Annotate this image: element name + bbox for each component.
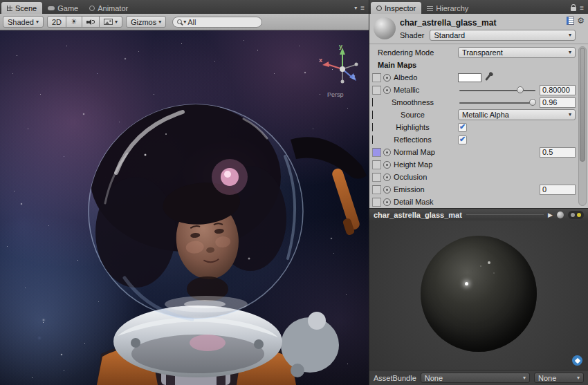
source-dropdown[interactable]: Metallic Alpha ▾ (458, 109, 576, 120)
inspector-tabstrip: Inspector Hierarchy ≡ (369, 0, 588, 14)
scene-effects-dropdown[interactable]: ▾ (99, 16, 122, 28)
occlusion-texture-slot[interactable] (372, 173, 381, 182)
smoothness-value-field[interactable]: 0.96 (540, 97, 576, 108)
height-map-texture-slot[interactable] (372, 160, 381, 169)
chevron-down-icon: ▾ (183, 19, 186, 25)
rendering-mode-label: Rendering Mode (378, 48, 434, 57)
chevron-down-icon: ▾ (569, 112, 571, 118)
gamepad-icon (48, 6, 55, 10)
gizmo-persp-label[interactable]: Persp (327, 91, 344, 98)
image-effects-icon (104, 19, 113, 25)
eyedropper-icon[interactable] (485, 74, 491, 81)
tab-inspector-label: Inspector (385, 4, 416, 12)
rendering-mode-dropdown[interactable]: Transparent ▾ (458, 47, 576, 58)
emission-row: Emission 0 (369, 183, 588, 196)
metallic-picker-icon[interactable] (383, 86, 391, 94)
albedo-picker-icon[interactable] (383, 74, 391, 82)
tab-scene[interactable]: Scene (1, 2, 42, 14)
emission-texture-slot[interactable] (372, 185, 381, 194)
source-label: Source (401, 111, 425, 119)
gizmo-z-label[interactable]: z (352, 73, 356, 80)
shader-dropdown[interactable]: Standard ▾ (430, 30, 576, 41)
panel-menu-icon[interactable]: ≡ (360, 4, 365, 12)
check-icon: ✔ (459, 135, 466, 143)
chevron-down-icon: ▾ (569, 32, 571, 38)
gizmo-y-label[interactable]: y (339, 43, 342, 50)
assetbundle-bar: AssetBundle None ▾ None ▾ (369, 370, 588, 385)
scene-lighting-button[interactable]: ☀ (66, 16, 82, 28)
normal-map-value-field[interactable]: 0.5 (540, 147, 576, 158)
preview-title: char_astrella_glass_mat (374, 211, 462, 219)
preview-sphere[interactable] (421, 236, 537, 352)
material-preview-viewport[interactable] (369, 220, 588, 370)
normal-map-texture-slot[interactable] (372, 148, 381, 157)
astronaut-character (0, 30, 369, 385)
preview-header[interactable]: char_astrella_glass_mat ▶ (369, 208, 588, 220)
occlusion-picker-icon[interactable] (383, 173, 391, 181)
detail-mask-picker-icon[interactable] (383, 198, 391, 206)
emission-value-field[interactable]: 0 (540, 185, 576, 195)
chevron-down-icon: ▾ (115, 19, 118, 25)
gizmo-x-label[interactable]: x (319, 57, 322, 64)
height-map-picker-icon[interactable] (383, 161, 391, 169)
tab-animator[interactable]: Animator (84, 2, 134, 14)
gear-icon[interactable]: ⚙ (577, 17, 585, 25)
metallic-slider-knob[interactable] (517, 86, 524, 93)
scene-viewport[interactable]: x y z Persp (0, 30, 369, 385)
toggle-2d-button[interactable]: 2D (47, 16, 66, 28)
chevron-down-icon[interactable]: ▾ (354, 6, 357, 11)
albedo-color-swatch[interactable] (458, 73, 481, 82)
preview-drag-handle[interactable] (466, 214, 544, 215)
preview-lighting-toggle[interactable] (568, 211, 584, 219)
detail-mask-texture-slot[interactable] (372, 198, 381, 207)
inspector-scrollbar[interactable] (578, 46, 587, 206)
tab-hierarchy[interactable]: Hierarchy (421, 2, 474, 14)
reflections-checkbox[interactable]: ✔ (458, 135, 467, 144)
highlights-label: Highlights (396, 123, 429, 131)
orientation-gizmo[interactable]: x y z Persp (320, 46, 365, 98)
highlights-checkbox[interactable]: ✔ (458, 123, 467, 132)
sun-icon: ☀ (71, 18, 77, 26)
preview-dot-gray (571, 213, 575, 217)
albedo-texture-slot[interactable] (372, 73, 381, 82)
preview-play-button[interactable]: ▶ (548, 212, 553, 218)
emission-label: Emission (394, 185, 425, 194)
normal-map-row: Normal Map 0.5 (369, 146, 588, 158)
material-header: char_astrella_glass_mat Shader Standard … (369, 14, 588, 44)
normal-map-label: Normal Map (394, 148, 435, 156)
unity-editor: Scene Game Animator ▾ ≡ Shaded ▾ 2 (0, 0, 588, 385)
help-icon[interactable] (567, 17, 574, 25)
preview-dot-yellow (577, 213, 581, 217)
metallic-value-field[interactable]: 0.80000 (540, 85, 576, 95)
scene-search-field[interactable]: ▾ (172, 17, 262, 28)
gizmos-label: Gizmos (131, 18, 156, 26)
assetbundle-tag-icon[interactable] (572, 355, 582, 366)
scene-audio-button[interactable] (82, 16, 100, 28)
preview-shape-toggle[interactable] (557, 212, 564, 218)
inspector-menu-icon[interactable]: ≡ (580, 4, 584, 12)
normal-map-picker-icon[interactable] (383, 149, 391, 156)
shading-mode-dropdown[interactable]: Shaded ▾ (3, 16, 44, 28)
lock-icon[interactable] (571, 7, 576, 11)
assetbundle-variant-dropdown[interactable]: None ▾ (534, 373, 584, 383)
metallic-slider[interactable] (459, 85, 535, 95)
material-sphere-icon (374, 17, 396, 39)
emission-picker-icon[interactable] (383, 186, 391, 194)
smoothness-slider-knob[interactable] (529, 99, 536, 106)
tab-hierarchy-label: Hierarchy (436, 4, 468, 12)
rendering-mode-row: Rendering Mode Transparent ▾ (369, 46, 588, 59)
smoothness-slider[interactable] (459, 97, 535, 107)
gizmos-dropdown[interactable]: Gizmos ▾ (126, 16, 166, 28)
metallic-texture-slot[interactable] (372, 86, 381, 95)
scrollbar-thumb[interactable] (580, 48, 585, 162)
search-input[interactable] (187, 18, 243, 26)
animator-icon (89, 6, 95, 11)
material-preview-panel: char_astrella_glass_mat ▶ AssetBundle No… (369, 208, 588, 385)
assetbundle-dropdown[interactable]: None ▾ (421, 373, 530, 383)
main-maps-header-row: Main Maps (369, 59, 588, 71)
tab-inspector[interactable]: Inspector (371, 2, 421, 14)
assetbundle-value: None (425, 374, 443, 382)
tab-game[interactable]: Game (42, 2, 84, 14)
main-maps-header: Main Maps (378, 61, 416, 69)
reflections-row: Reflections ✔ (369, 133, 588, 146)
